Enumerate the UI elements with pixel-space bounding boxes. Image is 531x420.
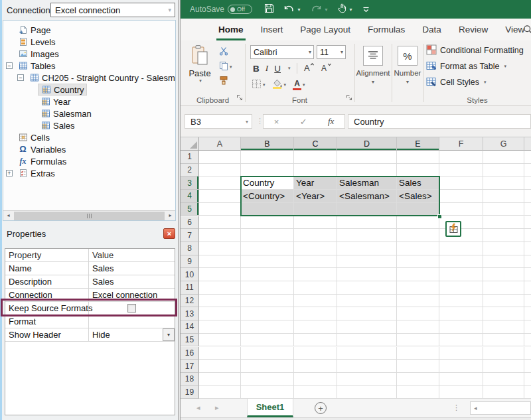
property-row-show-header[interactable]: Show HeaderHide▾ xyxy=(5,328,175,342)
cell-A9[interactable] xyxy=(199,255,241,269)
chevron-down-icon[interactable]: ▼ xyxy=(354,80,392,84)
cell-B11[interactable] xyxy=(241,281,294,295)
property-row-format[interactable]: Format xyxy=(5,315,175,328)
cell-C1[interactable] xyxy=(294,151,337,164)
cell-F1[interactable] xyxy=(439,151,483,164)
cell-D10[interactable] xyxy=(337,268,397,281)
sheet-tab-sheet1[interactable]: Sheet1 xyxy=(247,399,293,417)
cell-D13[interactable] xyxy=(337,307,397,320)
cell-E2[interactable] xyxy=(397,164,439,177)
cell-B19[interactable] xyxy=(241,386,294,399)
bold-button[interactable]: B xyxy=(253,64,260,74)
cell-G12[interactable] xyxy=(483,295,524,308)
tab-home[interactable]: Home xyxy=(210,19,252,40)
tree-item-formulas[interactable]: fxFormulas xyxy=(3,155,175,167)
cell-C19[interactable] xyxy=(294,386,337,399)
column-header-A[interactable]: A xyxy=(199,137,241,151)
cell-C6[interactable] xyxy=(294,216,337,230)
row-header-5[interactable]: 5 xyxy=(181,203,199,216)
cell-F9[interactable] xyxy=(439,255,483,269)
paste-button[interactable]: Paste ▾ xyxy=(186,44,214,92)
cell-B5[interactable] xyxy=(241,203,294,216)
cell-G8[interactable] xyxy=(483,242,524,255)
cell-C2[interactable] xyxy=(294,164,337,177)
number-format-button[interactable]: % xyxy=(398,46,417,66)
cell-B13[interactable] xyxy=(241,307,294,320)
cell-D14[interactable] xyxy=(337,320,397,334)
cell-E4[interactable]: <Sales> xyxy=(397,190,439,203)
increase-font-button[interactable]: A xyxy=(303,62,315,74)
column-header-B[interactable]: B xyxy=(241,137,294,151)
alignment-button[interactable] xyxy=(363,46,383,66)
cell-A13[interactable] xyxy=(199,307,241,320)
row-header-13[interactable]: 13 xyxy=(181,307,199,320)
font-dialog-launcher[interactable] xyxy=(346,93,352,103)
cell-G13[interactable] xyxy=(483,307,524,320)
cell-E12[interactable] xyxy=(397,295,439,308)
cell-A15[interactable] xyxy=(199,334,241,347)
row-header-9[interactable]: 9 xyxy=(181,255,199,269)
row-header-15[interactable]: 15 xyxy=(181,334,199,347)
cell-D2[interactable] xyxy=(337,164,397,177)
row-header-17[interactable]: 17 xyxy=(181,360,199,373)
cut-button[interactable] xyxy=(219,47,232,57)
tree-item-page[interactable]: Page xyxy=(3,24,175,36)
row-header-4[interactable]: 4 xyxy=(181,190,199,203)
property-row-connection[interactable]: ConnectionExcel connection xyxy=(5,289,175,302)
touch-mode-button[interactable]: ▼ xyxy=(338,3,353,15)
cell-E11[interactable] xyxy=(397,281,439,295)
cell-E10[interactable] xyxy=(397,268,439,281)
cell-B8[interactable] xyxy=(241,242,294,255)
cell-partial-12[interactable] xyxy=(524,295,531,308)
cell-E17[interactable] xyxy=(397,360,439,373)
cell-D11[interactable] xyxy=(337,281,397,295)
tab-review[interactable]: Review xyxy=(450,19,496,40)
tree-item-year[interactable]: Year xyxy=(3,96,175,107)
cell-G17[interactable] xyxy=(483,360,524,373)
cell-C17[interactable] xyxy=(294,360,337,373)
cell-partial-4[interactable] xyxy=(524,190,531,203)
expand-expander-icon[interactable]: + xyxy=(6,170,13,176)
cell-A19[interactable] xyxy=(199,386,241,399)
cell-B1[interactable] xyxy=(241,151,294,164)
cell-D16[interactable] xyxy=(337,347,397,360)
column-header-E[interactable]: E xyxy=(397,137,439,151)
cell-E16[interactable] xyxy=(397,347,439,360)
tab-view[interactable]: View xyxy=(496,19,531,40)
save-button[interactable] xyxy=(264,3,274,15)
cell-E1[interactable] xyxy=(397,151,439,164)
cell-G4[interactable] xyxy=(483,190,524,203)
cell-C10[interactable] xyxy=(294,268,337,281)
column-header-partial[interactable] xyxy=(524,137,531,151)
cell-D12[interactable] xyxy=(337,295,397,308)
font-name-combo[interactable]: Calibri▾ xyxy=(250,45,314,59)
format-as-table-button[interactable]: Format as Table▾ xyxy=(426,60,506,73)
new-sheet-button[interactable]: + xyxy=(315,402,327,414)
tab-insert[interactable]: Insert xyxy=(252,19,292,40)
cell-partial-8[interactable] xyxy=(524,242,531,255)
cell-D8[interactable] xyxy=(337,242,397,255)
cell-A8[interactable] xyxy=(199,242,241,255)
cell-E19[interactable] xyxy=(397,386,439,399)
cell-E18[interactable] xyxy=(397,373,439,386)
cell-A10[interactable] xyxy=(199,268,241,281)
cell-F4[interactable] xyxy=(439,190,483,203)
cell-G6[interactable] xyxy=(483,216,524,230)
cell-A2[interactable] xyxy=(199,164,241,177)
cell-C8[interactable] xyxy=(294,242,337,255)
cell-G5[interactable] xyxy=(483,203,524,216)
cell-C3[interactable]: Year xyxy=(294,176,337,190)
cell-F17[interactable] xyxy=(439,360,483,373)
cell-partial-18[interactable] xyxy=(524,373,531,386)
cell-A11[interactable] xyxy=(199,281,241,295)
quick-analysis-button[interactable] xyxy=(445,221,461,237)
cell-B7[interactable] xyxy=(241,229,294,242)
row-header-2[interactable]: 2 xyxy=(181,164,199,177)
cell-A17[interactable] xyxy=(199,360,241,373)
cell-E5[interactable] xyxy=(397,203,439,216)
cell-G11[interactable] xyxy=(483,281,524,295)
select-all-corner[interactable] xyxy=(181,137,199,151)
insert-function-button[interactable]: fx xyxy=(328,116,334,127)
cell-C5[interactable] xyxy=(294,203,337,216)
cell-F13[interactable] xyxy=(439,307,483,320)
